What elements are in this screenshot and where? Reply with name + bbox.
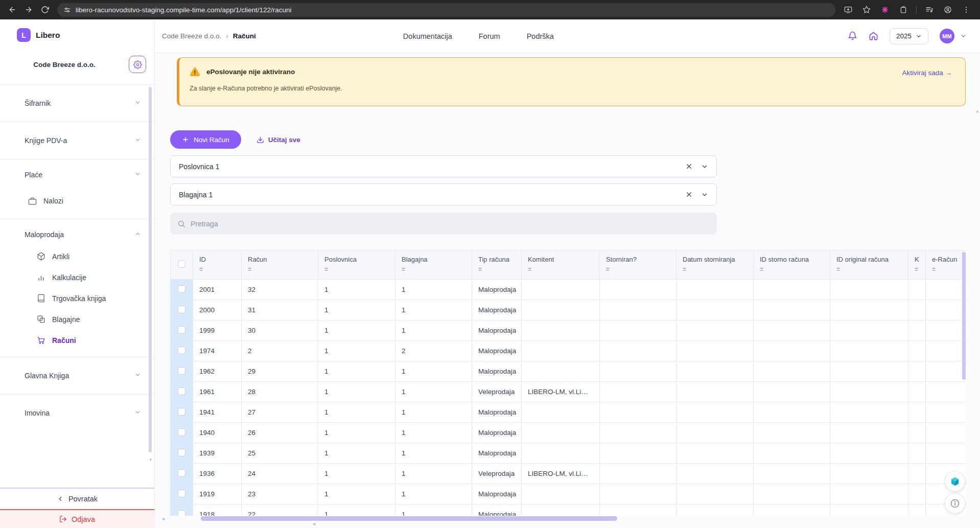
sidebar-item-nalozi[interactable]: Nalozi [0, 190, 154, 212]
info-button[interactable] [945, 494, 965, 513]
table-row[interactable]: 19402611Maloprodaja [171, 423, 967, 443]
filter-operator[interactable]: = [478, 266, 515, 273]
table-row[interactable]: 20003111Maloprodaja [171, 300, 967, 320]
sidebar-scrollbar[interactable] [149, 87, 152, 452]
row-checkbox[interactable] [178, 510, 185, 516]
notifications-bell-icon[interactable] [848, 31, 857, 41]
breadcrumb-company[interactable]: Code Breeze d.o.o. [162, 32, 221, 40]
filter-operator[interactable]: = [683, 266, 747, 273]
select-all-checkbox[interactable] [178, 260, 185, 268]
filter-operator[interactable]: = [915, 266, 919, 273]
horizontal-scrollbar-thumb[interactable] [201, 516, 617, 521]
column-header-poslovnica[interactable]: Poslovnica= [318, 250, 395, 280]
sidebar-item-kalkulacije[interactable]: Kalkulacije [0, 267, 154, 288]
filter-operator[interactable]: = [402, 266, 465, 273]
nav-podrska[interactable]: Podrška [527, 32, 554, 40]
table-row[interactable]: 20013211Maloprodaja [171, 280, 967, 300]
sidebar-item-imovina[interactable]: Imovina [0, 395, 154, 431]
sidebar-item-knjige-pdv[interactable]: Knjige PDV-a [0, 122, 154, 159]
url-text[interactable]: libero-racunovodstvo-staging.compile-tim… [76, 6, 291, 14]
browser-reload-button[interactable] [38, 3, 52, 17]
address-bar[interactable]: libero-racunovodstvo-staging.compile-tim… [57, 3, 835, 17]
column-header-id-storno-racuna[interactable]: ID storno računa= [754, 250, 830, 280]
filter-operator[interactable]: = [836, 266, 902, 273]
table-row[interactable]: 19182211Maloprodaja [171, 504, 967, 516]
filter-operator[interactable]: = [528, 266, 593, 273]
table-row[interactable]: 1974212Maloprodaja [171, 341, 967, 361]
sidebar-item-artikli[interactable]: Artikli [0, 246, 154, 267]
filter-operator[interactable]: = [324, 266, 389, 273]
sidebar-item-maloprodaja[interactable]: Maloprodaja [0, 219, 154, 246]
chevron-down-icon[interactable] [701, 163, 708, 170]
nav-forum[interactable]: Forum [479, 32, 500, 40]
row-checkbox[interactable] [178, 490, 185, 497]
branch-select[interactable]: Poslovnica 1 [170, 155, 717, 177]
load-all-button[interactable]: Učitaj sve [256, 136, 300, 144]
search-bar[interactable] [170, 213, 717, 235]
browser-forward-button[interactable] [21, 3, 36, 17]
filter-operator[interactable]: = [606, 266, 670, 273]
home-icon[interactable] [869, 31, 878, 41]
register-select[interactable]: Blagajna 1 [170, 183, 717, 205]
row-checkbox[interactable] [178, 428, 185, 436]
table-row[interactable]: 19993011Maloprodaja [171, 320, 967, 341]
year-selector[interactable]: 2025 [890, 28, 928, 44]
browser-menu-icon[interactable] [961, 4, 972, 15]
sidebar-item-place[interactable]: Plaće [0, 159, 154, 190]
column-header-storniran[interactable]: Storniran?= [600, 250, 676, 280]
column-header-datum-storniranja[interactable]: Datum storniranja= [676, 250, 754, 280]
browser-back-button[interactable] [5, 3, 19, 17]
column-header-blagajna[interactable]: Blagajna= [395, 250, 472, 280]
column-header-tip-racuna[interactable]: Tip računa= [472, 250, 522, 280]
back-button[interactable]: Povratak [0, 489, 154, 509]
table-vertical-scrollbar[interactable] [962, 252, 966, 380]
browser-profile-icon[interactable] [942, 4, 953, 15]
banner-activate-link[interactable]: Aktiviraj sada → [902, 69, 952, 77]
extension-pink-icon[interactable] [879, 4, 891, 15]
page-scroll-up-icon[interactable]: ▴ [976, 108, 978, 113]
widget-gem-button[interactable] [945, 472, 965, 491]
column-header-id-original-racuna[interactable]: ID original računa= [830, 250, 908, 280]
site-settings-icon[interactable] [63, 6, 71, 14]
clear-icon[interactable] [685, 191, 693, 198]
company-settings-button[interactable] [129, 56, 146, 73]
clear-icon[interactable] [685, 163, 693, 170]
row-checkbox[interactable] [178, 408, 185, 416]
table-row[interactable]: 19392511Maloprodaja [171, 443, 967, 464]
filter-operator[interactable]: = [248, 266, 312, 273]
filter-operator[interactable]: = [932, 266, 960, 273]
sidebar-item-sifrarnik[interactable]: Šifrarnik [0, 85, 154, 122]
column-header-komitent[interactable]: Komitent= [522, 250, 600, 280]
reading-list-icon[interactable] [924, 4, 935, 15]
page-scroll-left-icon[interactable]: ◂ [313, 521, 315, 526]
column-header-k[interactable]: K= [908, 250, 926, 280]
avatar[interactable]: MM [940, 29, 954, 43]
row-checkbox[interactable] [178, 326, 185, 334]
row-checkbox[interactable] [178, 285, 185, 293]
table-row[interactable]: 19412711Maloprodaja [171, 402, 967, 423]
row-checkbox[interactable] [178, 347, 185, 354]
sidebar-item-glavna-knjiga[interactable]: Glavna Knjiga [0, 357, 154, 394]
table-row[interactable]: 19362411VeleprodajaLIBERO-LM, vl.Li… [171, 464, 967, 484]
table-row[interactable]: 19192311Maloprodaja [171, 484, 967, 504]
sidebar-item-trgovacka-knjiga[interactable]: Trgovačka knjiga [0, 288, 154, 309]
row-checkbox[interactable] [178, 469, 185, 477]
bookmark-star-icon[interactable] [861, 4, 872, 15]
chevron-down-icon[interactable] [701, 191, 708, 198]
sidebar-scroll-down-icon[interactable]: ▾ [149, 457, 152, 462]
table-row[interactable]: 19612811VeleprodajaLIBERO-LM, vl.Li… [171, 382, 967, 402]
table-row[interactable]: 19622911Maloprodaja [171, 361, 967, 382]
row-checkbox[interactable] [178, 449, 185, 456]
sidebar-item-racuni[interactable]: Računi [0, 330, 154, 351]
column-header-id[interactable]: ID= [193, 250, 242, 280]
row-checkbox[interactable] [178, 387, 185, 395]
extensions-icon[interactable] [898, 4, 909, 15]
filter-operator[interactable]: = [760, 266, 824, 273]
install-app-icon[interactable] [843, 4, 854, 15]
column-header-e-racun[interactable]: e-Račun= [926, 250, 967, 280]
filter-operator[interactable]: = [199, 266, 235, 273]
sidebar-item-blagajne[interactable]: Blagajne [0, 309, 154, 330]
column-header-racun[interactable]: Račun= [242, 250, 318, 280]
logout-button[interactable]: Odjava [0, 509, 154, 528]
user-menu[interactable]: MM [940, 29, 967, 43]
